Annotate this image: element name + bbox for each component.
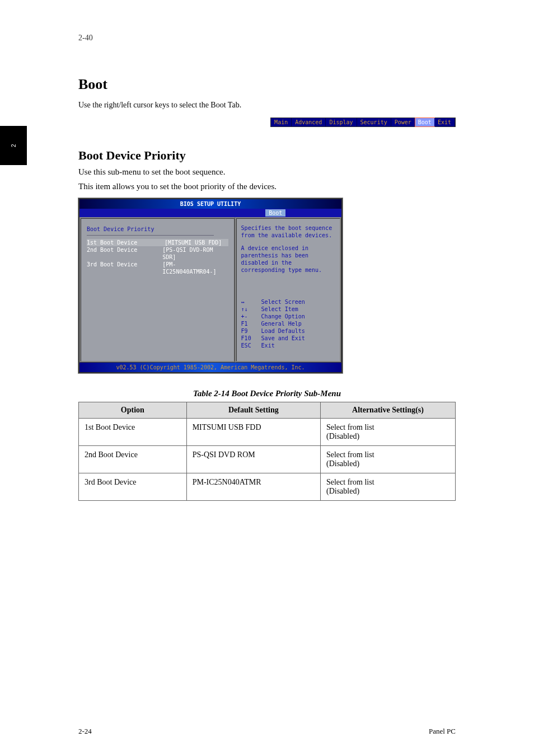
key: F1: [241, 320, 261, 327]
key-desc: Exit: [261, 342, 275, 349]
bios-key-legend: ↔Select Screen ↑↓Select Item +-Change Op…: [241, 298, 335, 349]
side-tab: 2: [0, 126, 27, 165]
footer-left: 2-24: [78, 727, 92, 736]
section-subtitle: Use the right/left cursor keys to select…: [78, 101, 456, 110]
bios-tab-row: Boot: [79, 209, 341, 217]
boot-priority-table: Table 2-14 Boot Device Priority Sub-Menu…: [78, 389, 456, 501]
bios-tab-boot: Boot: [265, 209, 285, 217]
table-row: 2nd Boot Device PS-QSI DVD ROM Select fr…: [79, 445, 456, 473]
footer-right: Panel PC: [429, 727, 456, 736]
cell-alt: Select from list (Disabled): [320, 418, 455, 445]
bios-help-para2: A device enclosed in parenthesis has bee…: [241, 245, 335, 274]
key: +-: [241, 313, 261, 320]
cell-alt: Select from list (Disabled): [320, 445, 455, 473]
cell-option: 2nd Boot Device: [79, 445, 187, 473]
bios-row-value: [PS-QSI DVD-ROM SDR]: [162, 246, 228, 261]
bios-row-value: [MITSUMI USB FDD]: [165, 239, 222, 246]
bios-help-para1: Specifies the boot sequence from the ava…: [241, 224, 335, 239]
table-header-alt: Alternative Setting(s): [320, 402, 455, 418]
page-number-top: 2-40: [78, 34, 456, 43]
bios-row-label: 2nd Boot Device: [87, 246, 162, 261]
cell-option: 1st Boot Device: [79, 418, 187, 445]
table-row: 1st Boot Device MITSUMI USB FDD Select f…: [79, 418, 456, 445]
section-title: Boot: [78, 76, 456, 93]
cell-default: MITSUMI USB FDD: [186, 418, 320, 445]
cell-alt: Select from list (Disabled): [320, 473, 455, 500]
key-desc: Load Defaults: [261, 327, 305, 335]
tab-security: Security: [357, 118, 391, 126]
table-header-default: Default Setting: [186, 402, 320, 418]
table-caption: Table 2-14 Boot Device Priority Sub-Menu: [78, 389, 456, 398]
bios-left-heading: Boot Device Priority: [87, 226, 228, 233]
key-desc: Select Item: [261, 306, 298, 313]
key-desc: Save and Exit: [261, 335, 305, 342]
bios-right-panel: Specifies the boot sequence from the ava…: [235, 217, 341, 363]
tab-advanced: Advanced: [292, 118, 326, 126]
bios-row-1: 1st Boot Device [MITSUMI USB FDD]: [87, 239, 228, 246]
tab-boot: Boot: [415, 118, 435, 127]
tab-display: Display: [326, 118, 357, 126]
tab-main: Main: [271, 118, 292, 126]
key: F9: [241, 327, 261, 335]
key-desc: Change Option: [261, 313, 305, 320]
cell-default: PS-QSI DVD ROM: [186, 445, 320, 473]
table-header-option: Option: [79, 402, 187, 418]
tab-power: Power: [391, 118, 415, 126]
footer-bar: 2-24 Panel PC: [78, 727, 456, 736]
bios-screenshot: BIOS SETUP UTILITY Boot Boot Device Prio…: [78, 198, 343, 373]
table-row: 3rd Boot Device PM-IC25N040ATMR Select f…: [79, 473, 456, 500]
bios-left-panel: Boot Device Priority 1st Boot Device [MI…: [79, 217, 235, 363]
bios-row-2: 2nd Boot Device [PS-QSI DVD-ROM SDR]: [87, 246, 228, 261]
subsection-para1: Use this sub-menu to set the boot sequen…: [78, 166, 456, 177]
tab-strip: Main Advanced Display Security Power Boo…: [270, 118, 456, 127]
key-desc: General Help: [261, 320, 302, 327]
key: ↔: [241, 298, 261, 306]
cell-option: 3rd Boot Device: [79, 473, 187, 500]
bios-title: BIOS SETUP UTILITY: [79, 199, 341, 209]
cell-default: PM-IC25N040ATMR: [186, 473, 320, 500]
bios-row-label: 1st Boot Device: [87, 239, 165, 246]
bios-footer: v02.53 (C)Copyright 1985-2002, American …: [79, 363, 341, 372]
key-desc: Select Screen: [261, 298, 305, 306]
key: ↑↓: [241, 306, 261, 313]
key: F10: [241, 335, 261, 342]
subsection-title: Boot Device Priority: [78, 148, 456, 163]
tab-exit: Exit: [434, 118, 455, 126]
bios-row-label: 3rd Boot Device: [87, 261, 162, 275]
bios-row-value: [PM-IC25N040ATMR04-]: [162, 261, 228, 275]
bios-row-3: 3rd Boot Device [PM-IC25N040ATMR04-]: [87, 261, 228, 275]
subsection-para2: This item allows you to set the boot pri…: [78, 181, 456, 192]
key: ESC: [241, 342, 261, 349]
